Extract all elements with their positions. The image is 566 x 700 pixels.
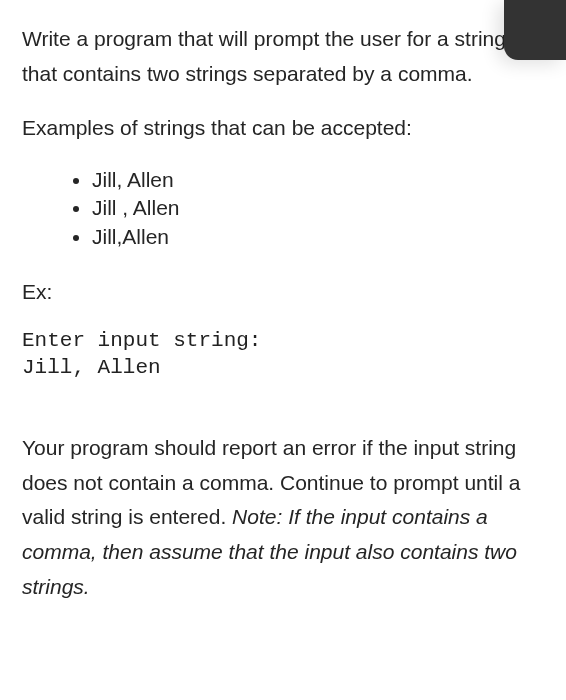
list-item: Jill, Allen xyxy=(92,166,544,194)
ex-label: Ex: xyxy=(22,275,544,309)
error-paragraph: Your program should report an error if t… xyxy=(22,431,544,604)
examples-list: Jill, Allen Jill , Allen Jill,Allen xyxy=(22,166,544,251)
intro-paragraph: Write a program that will prompt the use… xyxy=(22,22,544,91)
examples-label: Examples of strings that can be accepted… xyxy=(22,111,544,146)
floating-tab[interactable] xyxy=(504,0,566,60)
list-item: Jill , Allen xyxy=(92,194,544,222)
code-block: Enter input string: Jill, Allen xyxy=(22,327,544,382)
list-item: Jill,Allen xyxy=(92,223,544,251)
